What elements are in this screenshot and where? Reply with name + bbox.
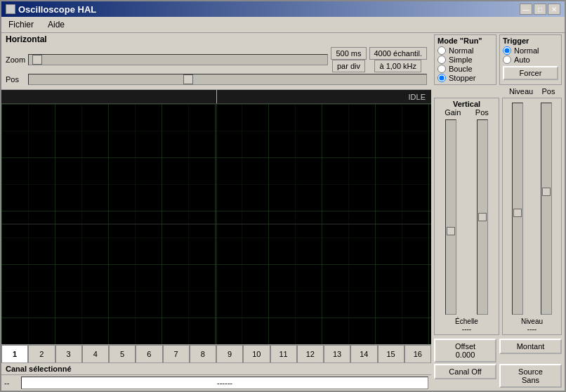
channel-tab-12[interactable]: 12 bbox=[297, 345, 324, 362]
trigger-pos-slider-container bbox=[535, 103, 559, 315]
zoom-slider[interactable] bbox=[28, 54, 328, 65]
channel-tab-10[interactable]: 10 bbox=[243, 345, 270, 362]
mode-boucle-label: Boucle bbox=[449, 65, 473, 73]
echelle-label: Échelle bbox=[437, 318, 496, 325]
zoom-row: Zoom 500 ms par div 4000 échantil. à 1,0… bbox=[6, 47, 427, 72]
trigger-auto-radio[interactable] bbox=[503, 55, 511, 64]
pos-thumb[interactable] bbox=[183, 74, 193, 84]
channel-selected-label: Canal sélectionné bbox=[1, 362, 431, 375]
mode-stopper-row: Stopper bbox=[437, 74, 493, 82]
mode-boucle-row: Boucle bbox=[437, 65, 493, 73]
scope-canvas bbox=[1, 104, 431, 344]
horizontal-section: Horizontal Zoom 500 ms par div 4000 écha… bbox=[1, 33, 431, 90]
vertical-pos-slider[interactable] bbox=[477, 119, 488, 315]
title-bar-buttons: — □ ✕ bbox=[520, 4, 560, 15]
time-per-div-value: 500 ms bbox=[331, 47, 366, 60]
trigger-auto-row: Auto bbox=[503, 55, 558, 64]
niveau-value-section: Niveau ---- bbox=[506, 318, 558, 333]
right-panel: Mode "Run" Normal Simple Boucle bbox=[431, 33, 565, 391]
zoom-label: Zoom bbox=[6, 55, 25, 64]
time-ruler: IDLE bbox=[1, 90, 431, 104]
force-button[interactable]: Forcer bbox=[503, 66, 558, 80]
channel-tab-2[interactable]: 2 bbox=[28, 345, 55, 362]
channel-controls: -- bbox=[1, 375, 431, 391]
vertical-title: Vertical bbox=[437, 100, 496, 108]
channel-tab-1[interactable]: 1 bbox=[1, 345, 28, 362]
pos-row: Pos bbox=[6, 74, 427, 85]
pos-slider[interactable] bbox=[28, 74, 427, 85]
mode-simple-radio[interactable] bbox=[437, 55, 446, 64]
montant-button[interactable]: Montant bbox=[499, 339, 562, 354]
channel-tab-15[interactable]: 15 bbox=[378, 345, 404, 362]
trigger-pos-slider[interactable] bbox=[541, 103, 552, 315]
channel-tab-7[interactable]: 7 bbox=[163, 345, 190, 362]
trigger-normal-radio[interactable] bbox=[503, 46, 511, 55]
channel-tab-14[interactable]: 14 bbox=[350, 345, 377, 362]
minimize-button[interactable]: — bbox=[520, 4, 532, 15]
sample-unit: à 1,00 kHz bbox=[374, 60, 421, 72]
channel-tab-9[interactable]: 9 bbox=[216, 345, 243, 362]
trigger-pos-thumb[interactable] bbox=[542, 188, 551, 196]
window-title: Oscilloscope HAL bbox=[18, 4, 96, 15]
channel-prefix: -- bbox=[4, 379, 18, 387]
trigger-title: Trigger bbox=[503, 37, 558, 45]
mode-normal-label: Normal bbox=[449, 46, 473, 55]
mode-stopper-radio[interactable] bbox=[437, 74, 446, 82]
channel-tab-8[interactable]: 8 bbox=[190, 345, 216, 362]
vertical-sublabels: Gain Pos bbox=[437, 108, 496, 117]
mode-run-title: Mode "Run" bbox=[437, 37, 493, 45]
offset-button[interactable]: Offset 0.000 bbox=[434, 339, 496, 362]
offset-label: Offset bbox=[437, 342, 493, 351]
horizontal-header: Horizontal bbox=[6, 34, 427, 46]
trigger-pos-label: Pos bbox=[538, 87, 559, 96]
gain-slider[interactable] bbox=[445, 119, 456, 315]
gain-thumb[interactable] bbox=[447, 227, 455, 235]
pos-label: Pos bbox=[6, 75, 25, 84]
canal-off-button[interactable]: Canal Off bbox=[434, 364, 496, 379]
vertical-pos-thumb[interactable] bbox=[478, 213, 487, 221]
trigger-normal-label: Normal bbox=[514, 46, 539, 55]
channel-tabs: 1 2 3 4 5 6 7 8 9 10 11 12 13 14 15 16 bbox=[1, 344, 431, 362]
sample-value: 4000 échantil. bbox=[369, 47, 428, 60]
menu-aide[interactable]: Aide bbox=[44, 18, 69, 31]
maximize-button[interactable]: □ bbox=[534, 4, 546, 15]
channel-tab-4[interactable]: 4 bbox=[82, 345, 109, 362]
time-per-div-unit: par div bbox=[332, 60, 365, 72]
trigger-niveau-label: Niveau bbox=[507, 87, 535, 96]
time-ruler-line bbox=[216, 90, 217, 103]
niveau-value: ---- bbox=[506, 325, 558, 333]
niveau-thumb[interactable] bbox=[513, 209, 522, 217]
window-icon bbox=[6, 4, 15, 14]
channel-tab-13[interactable]: 13 bbox=[324, 345, 350, 362]
mode-boucle-radio[interactable] bbox=[437, 65, 446, 73]
channel-tab-3[interactable]: 3 bbox=[55, 345, 82, 362]
source-value: Sans bbox=[503, 376, 558, 384]
niveau-slider-container bbox=[506, 103, 529, 315]
vertical-pos-slider-container bbox=[470, 119, 496, 315]
channel-tab-5[interactable]: 5 bbox=[109, 345, 136, 362]
horizontal-label: Horizontal bbox=[6, 34, 47, 44]
echelle-section: Échelle ---- bbox=[437, 318, 496, 333]
offset-value: 0.000 bbox=[437, 351, 493, 359]
left-panel: Horizontal Zoom 500 ms par div 4000 écha… bbox=[1, 33, 431, 391]
mode-normal-radio[interactable] bbox=[437, 46, 446, 55]
vertical-section: Vertical Gain Pos bbox=[434, 98, 499, 335]
vertical-pos-label: Pos bbox=[475, 108, 489, 117]
channel-tab-11[interactable]: 11 bbox=[270, 345, 297, 362]
zoom-thumb[interactable] bbox=[32, 55, 42, 65]
idle-status: IDLE bbox=[409, 93, 426, 101]
bottom-right-buttons: Offset 0.000 Montant Canal Off bbox=[434, 337, 562, 389]
channel-tab-16[interactable]: 16 bbox=[404, 345, 431, 362]
mode-stopper-label: Stopper bbox=[449, 74, 476, 82]
niveau-slider[interactable] bbox=[512, 103, 523, 315]
menu-bar: Fichier Aide bbox=[1, 17, 565, 33]
echelle-value: ---- bbox=[437, 325, 496, 333]
channel-tab-6[interactable]: 6 bbox=[136, 345, 162, 362]
mode-simple-row: Simple bbox=[437, 55, 493, 64]
signal-input[interactable] bbox=[21, 377, 428, 389]
trigger-right-section: Niveau ---- bbox=[502, 98, 562, 335]
grid-svg bbox=[1, 104, 431, 344]
source-button[interactable]: Source Sans bbox=[499, 364, 562, 388]
menu-fichier[interactable]: Fichier bbox=[4, 18, 38, 31]
close-button[interactable]: ✕ bbox=[548, 4, 560, 15]
